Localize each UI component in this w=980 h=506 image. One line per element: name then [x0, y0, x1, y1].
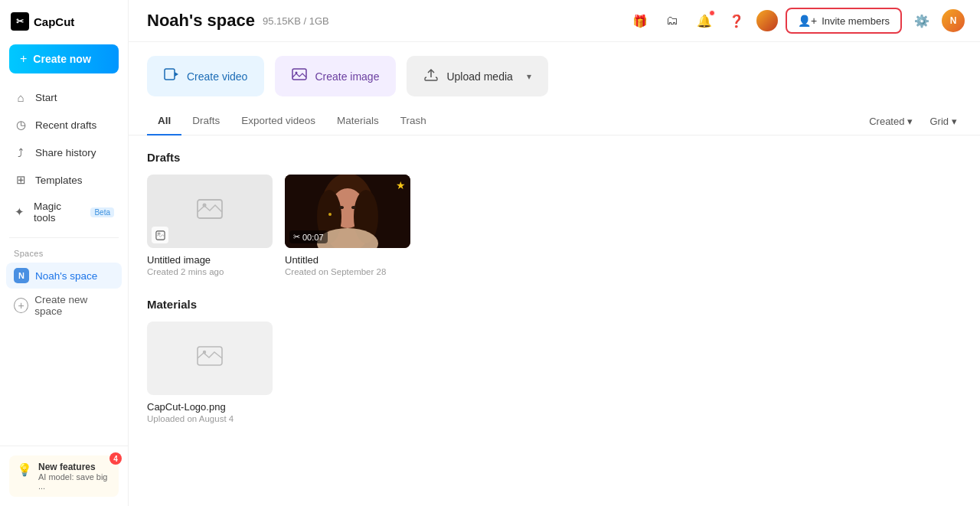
- new-features-card[interactable]: 💡 New features AI model: save big ... 4: [9, 455, 119, 497]
- tabs-right: Created ▾ Grid ▾: [864, 113, 962, 130]
- sort-label: Created: [869, 116, 904, 127]
- create-now-label: Create now: [33, 53, 90, 65]
- top-bar-actions: 🎁 🗂 🔔 ❓ 👤+ Invite members: [628, 8, 965, 34]
- draft-name: Untitled: [285, 254, 410, 266]
- share-icon: ⤴: [14, 145, 28, 159]
- tab-drafts[interactable]: Drafts: [181, 107, 230, 135]
- home-icon: ⌂: [14, 90, 28, 104]
- draft-date: Created on September 28: [285, 267, 410, 276]
- tab-trash[interactable]: Trash: [390, 107, 437, 135]
- create-now-button[interactable]: + Create now: [9, 44, 119, 73]
- create-new-space-button[interactable]: + Create new space: [6, 289, 122, 322]
- image-card-icon: [292, 67, 307, 86]
- app-name: CapCut: [34, 15, 74, 28]
- content-area: Drafts: [129, 135, 980, 439]
- help-icon-button[interactable]: ❓: [724, 8, 749, 33]
- bag-icon-button[interactable]: 🗂: [660, 8, 684, 33]
- star-icon: ★: [396, 179, 406, 191]
- materials-section-title: Materials: [147, 298, 962, 311]
- sidebar-item-label: Start: [35, 92, 57, 103]
- tabs-left: All Drafts Exported videos Materials Tra…: [147, 107, 437, 135]
- person-add-icon: 👤+: [798, 15, 817, 27]
- drafts-grid: Untitled image Created 2 mins ago: [147, 175, 962, 276]
- upload-icon: [423, 67, 439, 86]
- plus-icon: +: [20, 52, 27, 66]
- sidebar-item-templates[interactable]: ⊞ Templates: [6, 167, 122, 193]
- create-video-label: Create video: [187, 70, 247, 83]
- space-name-label: Noah's space: [35, 270, 97, 282]
- member-avatar[interactable]: [756, 10, 778, 31]
- material-name: CapCut-Logo.png: [147, 401, 273, 413]
- main-content: Noah's space 95.15KB / 1GB 🎁 🗂 🔔 ❓: [129, 0, 980, 506]
- sidebar: ✂ CapCut + Create now ⌂ Start ◷ Recent d…: [0, 0, 129, 506]
- draft-thumbnail-image: [147, 175, 273, 248]
- beta-badge: Beta: [90, 207, 114, 217]
- settings-icon-button[interactable]: ⚙️: [910, 8, 934, 33]
- new-features-text: New features AI model: save big ...: [38, 462, 111, 491]
- upload-media-button[interactable]: Upload media ▾: [407, 56, 547, 96]
- video-card-icon: [164, 67, 179, 86]
- spaces-label: Spaces: [0, 246, 128, 263]
- space-avatar: N: [14, 268, 29, 283]
- sidebar-item-label: Share history: [35, 147, 96, 158]
- upload-media-label: Upload media: [446, 70, 512, 83]
- svg-point-5: [203, 203, 207, 207]
- tab-materials[interactable]: Materials: [326, 107, 390, 135]
- tabs-bar: All Drafts Exported videos Materials Tra…: [129, 107, 980, 135]
- sidebar-item-noahs-space[interactable]: N Noah's space: [6, 263, 122, 289]
- sidebar-item-recent-drafts[interactable]: ◷ Recent drafts: [6, 112, 122, 138]
- invite-members-label: Invite members: [822, 15, 890, 27]
- invite-members-button[interactable]: 👤+ Invite members: [786, 8, 902, 34]
- image-placeholder-icon: [196, 195, 224, 228]
- notification-dot: [709, 10, 715, 16]
- draft-thumbnail-video: ✂ 00:07 ★: [285, 175, 410, 248]
- new-features-subtitle: AI model: save big ...: [38, 472, 111, 491]
- sort-created-button[interactable]: Created ▾: [864, 113, 917, 130]
- tab-exported-videos[interactable]: Exported videos: [230, 107, 326, 135]
- svg-point-15: [351, 206, 356, 209]
- app-logo[interactable]: ✂ CapCut: [0, 0, 128, 40]
- magic-icon: ✦: [14, 205, 26, 219]
- materials-grid: CapCut-Logo.png Uploaded on August 4: [147, 322, 962, 423]
- sidebar-item-magic-tools[interactable]: ✦ Magic tools Beta: [6, 194, 122, 230]
- notification-badge: 4: [109, 452, 122, 465]
- image-placeholder-icon: [197, 343, 223, 374]
- draft-date: Created 2 mins ago: [147, 267, 273, 276]
- page-title: Noah's space: [147, 11, 255, 31]
- user-avatar[interactable]: N: [942, 9, 965, 32]
- view-grid-button[interactable]: Grid ▾: [925, 113, 962, 130]
- video-duration: ✂ 00:07: [289, 230, 328, 243]
- sidebar-item-start[interactable]: ⌂ Start: [6, 84, 122, 110]
- action-bar: Create video Create image Upload media: [129, 42, 980, 107]
- view-label: Grid: [929, 116, 949, 127]
- grid-icon: ⊞: [14, 173, 28, 187]
- svg-marker-1: [175, 72, 178, 77]
- view-chevron-icon: ▾: [952, 116, 957, 127]
- clock-icon: ◷: [14, 118, 28, 132]
- svg-rect-7: [157, 232, 160, 234]
- svg-point-16: [328, 213, 332, 216]
- lightbulb-icon: 💡: [17, 462, 32, 477]
- create-image-label: Create image: [315, 70, 379, 83]
- logo-icon: ✂: [11, 12, 29, 31]
- create-video-button[interactable]: Create video: [147, 56, 264, 96]
- tab-all[interactable]: All: [147, 107, 181, 135]
- storage-info: 95.15KB / 1GB: [263, 15, 329, 27]
- draft-card-untitled-image[interactable]: Untitled image Created 2 mins ago: [147, 175, 273, 276]
- sidebar-nav: ⌂ Start ◷ Recent drafts ⤴ Share history …: [0, 84, 128, 230]
- material-card-capcut-logo[interactable]: CapCut-Logo.png Uploaded on August 4: [147, 322, 273, 423]
- draft-card-untitled-video[interactable]: ✂ 00:07 ★ Untitled Created on September …: [285, 175, 410, 276]
- sidebar-divider: [9, 237, 119, 238]
- create-image-button[interactable]: Create image: [275, 56, 396, 96]
- sort-chevron-icon: ▾: [907, 116, 913, 127]
- space-title-area: Noah's space 95.15KB / 1GB: [147, 11, 329, 31]
- gift-icon-button[interactable]: 🎁: [628, 8, 652, 33]
- draft-name: Untitled image: [147, 254, 273, 266]
- sidebar-item-label: Templates: [35, 175, 83, 186]
- notification-bell-button[interactable]: 🔔: [692, 8, 717, 33]
- sidebar-item-share-history[interactable]: ⤴ Share history: [6, 139, 122, 165]
- svg-point-14: [339, 206, 344, 209]
- material-thumbnail: [147, 322, 273, 395]
- svg-rect-0: [165, 69, 175, 80]
- svg-point-18: [203, 350, 206, 353]
